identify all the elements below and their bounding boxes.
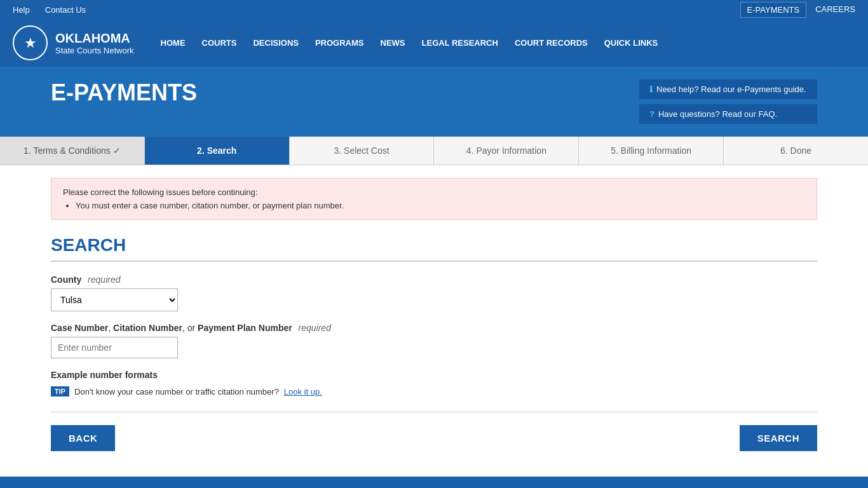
page-title: E-PAYMENTS: [51, 79, 197, 106]
example-formats: Example number formats: [51, 370, 817, 380]
divider: [51, 412, 817, 412]
info-icon: ℹ: [649, 85, 653, 94]
e-payments-link[interactable]: E-PAYMENTS: [740, 2, 807, 18]
case-number-label: Case Number: [51, 323, 108, 333]
utility-bar-left: Help Contact Us: [6, 3, 92, 17]
steps-bar: 1. Terms & Conditions ✓ 2. Search 3. Sel…: [0, 137, 868, 165]
nav-news[interactable]: NEWS: [373, 33, 413, 53]
error-item: You must enter a case number, citation n…: [76, 201, 805, 210]
step-search[interactable]: 2. Search: [145, 137, 290, 165]
btn-row: BACK SEARCH: [51, 425, 817, 451]
error-box: Please correct the following issues befo…: [51, 178, 817, 220]
question-icon: ?: [649, 109, 654, 119]
help-links: ℹNeed help? Read our e-Payments guide. ?…: [639, 79, 817, 124]
nav-programs[interactable]: PROGRAMS: [308, 33, 372, 53]
utility-bar: Help Contact Us E-PAYMENTS CAREERS: [0, 0, 868, 19]
number-input[interactable]: [51, 337, 178, 358]
faq-button[interactable]: ?Have questions? Read our FAQ.: [639, 104, 817, 124]
logo-text: OKLAHOMA State Courts Network: [55, 31, 134, 55]
step-select-cost[interactable]: 3. Select Cost: [290, 137, 435, 165]
search-title: SEARCH: [51, 235, 817, 262]
citation-label: Citation Number: [113, 323, 182, 333]
nav-court-records[interactable]: COURT RECORDS: [507, 33, 595, 53]
look-it-up-link[interactable]: Look it up.: [284, 387, 322, 396]
nav-home[interactable]: HOME: [153, 33, 193, 53]
tip-text: Don't know your case number or traffic c…: [74, 387, 279, 396]
logo-link[interactable]: ★ OKLAHOMA State Courts Network: [13, 25, 134, 60]
county-label: County required: [51, 274, 817, 285]
main-content: Please correct the following issues befo…: [0, 165, 868, 477]
nav-quick-links[interactable]: QUICK LINKS: [597, 33, 666, 53]
tip-row: TIP Don't know your case number or traff…: [51, 386, 817, 396]
county-select[interactable]: Tulsa Oklahoma Cleveland Canadian Comanc…: [51, 288, 178, 311]
help-guide-button[interactable]: ℹNeed help? Read our e-Payments guide.: [639, 79, 817, 99]
footer: OSCN COURTS DECISIONS PROGRAMS: [0, 477, 868, 488]
careers-link[interactable]: CAREERS: [809, 2, 862, 18]
nav-courts[interactable]: COURTS: [194, 33, 245, 53]
county-group: County required Tulsa Oklahoma Cleveland…: [51, 274, 817, 311]
step-terms[interactable]: 1. Terms & Conditions ✓: [0, 137, 145, 165]
step-billing[interactable]: 5. Billing Information: [579, 137, 724, 165]
step-done[interactable]: 6. Done: [724, 137, 868, 165]
contact-us-link[interactable]: Contact Us: [39, 3, 92, 17]
nav-legal-research[interactable]: LEGAL RESEARCH: [414, 33, 506, 53]
payment-plan-label: Payment Plan Number: [198, 323, 292, 333]
page-header: E-PAYMENTS ℹNeed help? Read our e-Paymen…: [0, 67, 868, 137]
search-button[interactable]: SEARCH: [740, 425, 817, 451]
number-label: Case Number, Citation Number, or Payment…: [51, 323, 817, 333]
error-title: Please correct the following issues befo…: [63, 187, 805, 197]
back-button[interactable]: BACK: [51, 425, 115, 451]
nav-decisions[interactable]: DECISIONS: [245, 33, 306, 53]
logo-star-icon: ★: [13, 25, 48, 60]
nav-links: HOME COURTS DECISIONS PROGRAMS NEWS LEGA…: [153, 33, 666, 53]
utility-bar-right: E-PAYMENTS CAREERS: [740, 2, 862, 18]
help-link[interactable]: Help: [6, 3, 36, 17]
number-group: Case Number, Citation Number, or Payment…: [51, 323, 817, 358]
main-nav: ★ OKLAHOMA State Courts Network HOME COU…: [0, 19, 868, 67]
number-required-label: required: [299, 323, 331, 333]
error-list: You must enter a case number, citation n…: [76, 201, 805, 210]
tip-badge: TIP: [51, 386, 69, 396]
step-payor[interactable]: 4. Payor Information: [434, 137, 579, 165]
